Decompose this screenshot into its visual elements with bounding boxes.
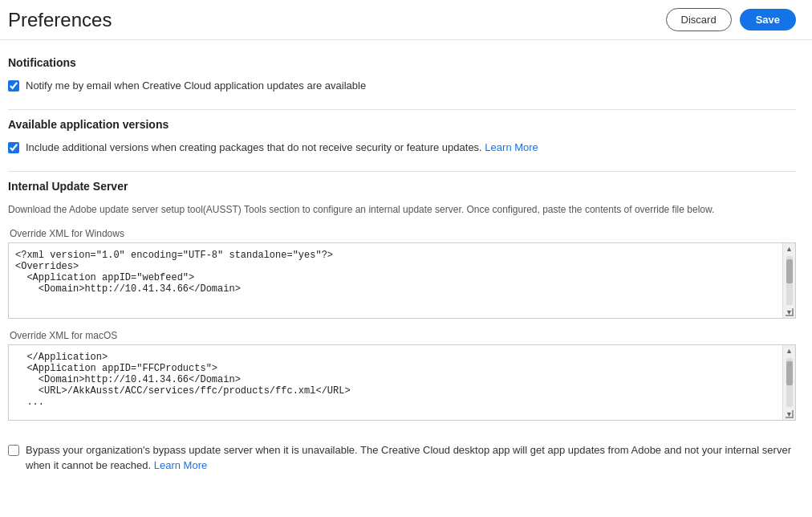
header-buttons: Discard Save: [666, 8, 796, 31]
available-versions-checkbox-row: Include additional versions when creatin…: [8, 140, 796, 155]
macos-scroll-up-arrow[interactable]: ▲: [784, 345, 795, 356]
internal-update-description: Download the Adobe update server setup t…: [8, 202, 796, 217]
macos-xml-wrapper: </Application> <Application appID="FFCPr…: [8, 344, 796, 421]
windows-xml-section: Override XML for Windows <?xml version="…: [8, 228, 796, 319]
macos-resize-handle[interactable]: [784, 409, 795, 420]
notifications-title: Notifications: [8, 56, 796, 69]
available-versions-title: Available application versions: [8, 118, 796, 131]
bypass-checkbox-label: Bypass your organization's bypass update…: [26, 443, 796, 472]
macos-xml-label: Override XML for macOS: [8, 330, 796, 341]
windows-scrollbar-thumb[interactable]: [786, 259, 793, 283]
bypass-checkbox[interactable]: [8, 445, 19, 456]
windows-xml-textarea[interactable]: <?xml version="1.0" encoding="UTF-8" sta…: [9, 243, 795, 315]
bypass-section: Bypass your organization's bypass update…: [8, 432, 796, 472]
macos-xml-section: Override XML for macOS </Application> <A…: [8, 330, 796, 421]
macos-scrollbar-thumb[interactable]: [786, 361, 793, 385]
windows-scroll-up-arrow[interactable]: ▲: [784, 243, 795, 254]
discard-button[interactable]: Discard: [666, 8, 732, 31]
internal-update-title: Internal Update Server: [8, 180, 796, 193]
notifications-checkbox-label: Notify me by email when Creative Cloud a…: [26, 79, 366, 93]
available-versions-learn-more[interactable]: Learn More: [485, 141, 538, 153]
windows-xml-wrapper: <?xml version="1.0" encoding="UTF-8" sta…: [8, 242, 796, 319]
windows-xml-label: Override XML for Windows: [8, 228, 796, 239]
internal-update-section: Internal Update Server Download the Adob…: [8, 180, 796, 472]
notifications-section: Notifications Notify me by email when Cr…: [8, 56, 796, 110]
main-content: Notifications Notify me by email when Cr…: [0, 40, 812, 489]
bypass-checkbox-row: Bypass your organization's bypass update…: [8, 443, 796, 472]
available-versions-checkbox-label: Include additional versions when creatin…: [26, 140, 538, 155]
windows-resize-handle[interactable]: [784, 307, 795, 318]
page-title: Preferences: [8, 9, 112, 31]
notifications-checkbox[interactable]: [8, 80, 19, 92]
header: Preferences Discard Save: [0, 0, 812, 40]
available-versions-section: Available application versions Include a…: [8, 118, 796, 172]
save-button[interactable]: Save: [740, 9, 796, 31]
bypass-learn-more[interactable]: Learn More: [154, 459, 207, 471]
available-versions-checkbox[interactable]: [8, 142, 19, 153]
macos-scrollbar-track: [786, 358, 793, 407]
windows-scrollbar-track: [786, 256, 793, 305]
notifications-checkbox-row: Notify me by email when Creative Cloud a…: [8, 79, 796, 93]
page-container: Preferences Discard Save Notifications N…: [0, 0, 812, 517]
macos-xml-textarea[interactable]: </Application> <Application appID="FFCPr…: [9, 345, 795, 417]
